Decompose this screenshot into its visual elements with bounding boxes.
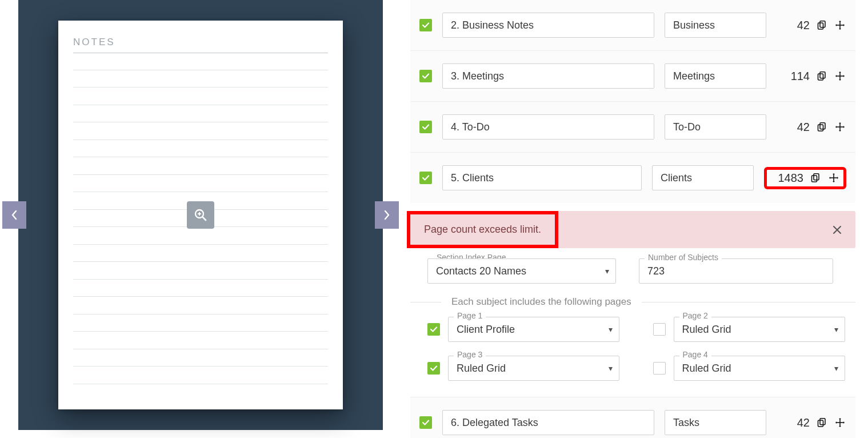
page-select[interactable]: Ruled Grid: [448, 356, 619, 381]
section-count: 1483: [770, 172, 803, 185]
page-field: Page 1 Client Profile: [427, 317, 630, 342]
page-field: Page 4 Ruled Grid: [653, 356, 856, 381]
duplicate-button[interactable]: [815, 121, 828, 133]
move-icon: [835, 122, 845, 132]
page-checkbox[interactable]: [427, 362, 440, 375]
notes-page-preview: NOTES: [58, 21, 343, 409]
notes-page-title: NOTES: [73, 37, 328, 48]
check-icon: [422, 174, 430, 182]
svg-rect-12: [818, 125, 823, 131]
check-icon: [422, 72, 430, 80]
section-row: 42: [410, 397, 855, 438]
copy-icon: [817, 71, 827, 81]
section-name-input[interactable]: [442, 165, 642, 190]
section-label-input[interactable]: [665, 114, 766, 140]
svg-rect-20: [818, 420, 823, 427]
copy-icon: [810, 173, 821, 183]
svg-rect-4: [818, 23, 823, 29]
duplicate-button[interactable]: [809, 172, 822, 184]
svg-rect-8: [818, 74, 823, 80]
page-label: Page 3: [454, 350, 486, 359]
move-icon: [829, 173, 839, 183]
page-select[interactable]: Client Profile: [448, 317, 619, 342]
page-field: Page 2 Ruled Grid: [653, 317, 856, 342]
section-label-input[interactable]: [665, 63, 766, 89]
page-select[interactable]: Ruled Grid: [674, 317, 845, 342]
section-row: 114: [410, 51, 855, 102]
svg-rect-16: [812, 176, 817, 182]
section-name-input[interactable]: [442, 13, 654, 38]
zoom-in-icon: [194, 208, 207, 222]
section-checkbox[interactable]: [419, 121, 432, 133]
section-name-input[interactable]: [442, 114, 654, 140]
zoom-button[interactable]: [187, 201, 214, 229]
duplicate-button[interactable]: [815, 70, 828, 82]
check-icon: [422, 21, 430, 29]
move-icon: [835, 417, 845, 428]
page-checkbox[interactable]: [653, 362, 666, 375]
section-row-clients: 1483: [410, 153, 855, 203]
section-label-input[interactable]: [665, 13, 766, 38]
drag-handle[interactable]: [834, 416, 846, 429]
copy-icon: [817, 20, 827, 30]
section-count: 42: [777, 121, 810, 134]
section-index-select[interactable]: Contacts 20 Names: [427, 258, 616, 284]
section-label-input[interactable]: [665, 410, 766, 435]
check-icon: [430, 364, 438, 372]
page-label: Page 1: [454, 311, 486, 320]
preview-stage: NOTES: [18, 0, 383, 430]
alert-close-button[interactable]: [833, 225, 842, 234]
section-name-input[interactable]: [442, 410, 654, 435]
drag-handle[interactable]: [834, 19, 846, 31]
check-icon: [422, 123, 430, 131]
section-name-input[interactable]: [442, 63, 654, 89]
preview-prev-button[interactable]: [2, 201, 26, 229]
section-checkbox[interactable]: [419, 19, 432, 31]
preview-next-button[interactable]: [375, 201, 399, 229]
page-checkbox[interactable]: [653, 323, 666, 336]
section-checkbox[interactable]: [419, 172, 432, 184]
drag-handle[interactable]: [827, 172, 840, 184]
error-alert: Page count exceeds limit.: [410, 211, 855, 248]
section-row: 42: [410, 0, 855, 51]
pages-heading: Each subject includes the following page…: [451, 296, 631, 308]
section-count: 42: [777, 416, 810, 429]
move-icon: [835, 71, 845, 81]
check-icon: [422, 419, 430, 427]
section-row: 42: [410, 102, 855, 153]
close-icon: [833, 225, 842, 234]
section-checkbox[interactable]: [419, 70, 432, 82]
chevron-right-icon: [383, 210, 390, 220]
highlighted-alert-annotation: Page count exceeds limit.: [407, 211, 558, 248]
drag-handle[interactable]: [834, 121, 846, 133]
subjects-input[interactable]: [639, 258, 833, 284]
svg-line-1: [202, 217, 206, 220]
duplicate-button[interactable]: [815, 416, 828, 429]
move-icon: [835, 20, 845, 30]
page-label: Page 4: [679, 350, 711, 359]
copy-icon: [817, 417, 827, 428]
svg-rect-17: [814, 174, 819, 180]
chevron-left-icon: [11, 210, 18, 220]
page-select[interactable]: Ruled Grid: [674, 356, 845, 381]
svg-rect-21: [820, 419, 825, 425]
copy-icon: [817, 122, 827, 132]
section-count: 42: [777, 19, 810, 32]
svg-rect-5: [820, 21, 825, 27]
page-label: Page 2: [679, 311, 711, 320]
check-icon: [430, 325, 438, 333]
page-checkbox[interactable]: [427, 323, 440, 336]
highlighted-count-annotation: 1483: [764, 167, 846, 189]
svg-rect-13: [820, 123, 825, 129]
svg-rect-9: [820, 72, 825, 78]
section-count: 114: [777, 70, 810, 83]
drag-handle[interactable]: [834, 70, 846, 82]
page-field: Page 3 Ruled Grid: [427, 356, 630, 381]
duplicate-button[interactable]: [815, 19, 828, 31]
section-checkbox[interactable]: [419, 416, 432, 429]
subjects-label: Number of Subjects: [645, 253, 722, 262]
alert-message: Page count exceeds limit.: [424, 224, 541, 235]
section-label-input[interactable]: [652, 165, 754, 190]
